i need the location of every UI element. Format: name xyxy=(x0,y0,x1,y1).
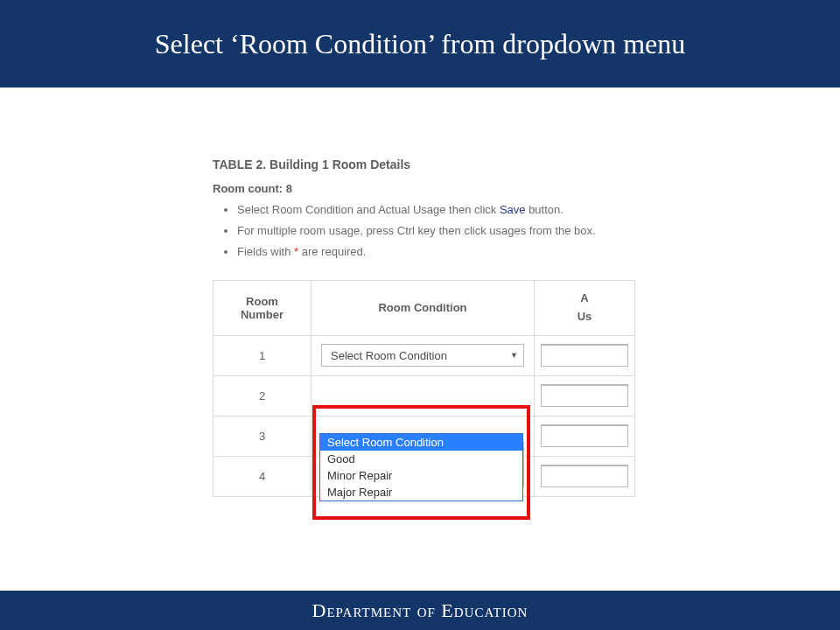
cell-room-condition: Select Room Condition ▼ xyxy=(312,375,535,416)
dropdown-option-minor-repair[interactable]: Minor Repair xyxy=(320,467,522,484)
cell-usage xyxy=(535,375,635,416)
chevron-down-icon: ▼ xyxy=(510,351,518,360)
cell-usage xyxy=(535,335,635,375)
instruction-text: Fields with xyxy=(237,245,294,258)
col-actual-usage: A Us xyxy=(535,280,635,335)
page-title: Select ‘Room Condition’ from dropdown me… xyxy=(155,28,685,60)
instruction-item: For multiple room usage, press Ctrl key … xyxy=(237,223,641,239)
table-row: 1 Select Room Condition ▼ xyxy=(214,335,635,375)
slide-footer: Department of Education xyxy=(0,591,840,630)
table-heading: TABLE 2. Building 1 Room Details xyxy=(213,158,641,172)
footer-text: Department of Education xyxy=(312,599,528,622)
cell-room-number: 1 xyxy=(214,335,312,375)
table-header-row: Room Number Room Condition A Us xyxy=(214,280,635,335)
col-room-condition: Room Condition xyxy=(312,280,535,335)
slide-header: Select ‘Room Condition’ from dropdown me… xyxy=(0,0,840,88)
cell-room-condition: Select Room Condition ▼ xyxy=(312,335,535,375)
dropdown-option-placeholder[interactable]: Select Room Condition xyxy=(320,434,522,451)
cell-room-number: 3 xyxy=(214,416,312,456)
room-condition-select[interactable]: Select Room Condition ▼ xyxy=(321,344,524,367)
instruction-item: Fields with * are required. xyxy=(237,244,641,260)
cell-usage xyxy=(535,456,635,496)
instructions-list: Select Room Condition and Actual Usage t… xyxy=(237,202,641,261)
usage-partial-1: A xyxy=(580,291,588,304)
instruction-text: are required. xyxy=(298,245,366,258)
usage-input[interactable] xyxy=(541,384,628,407)
cell-usage xyxy=(535,416,635,456)
cell-room-number: 2 xyxy=(214,375,312,416)
select-value: Select Room Condition xyxy=(331,349,447,362)
instruction-text: Select Room Condition and Actual Usage t… xyxy=(237,203,500,216)
dropdown-option-good[interactable]: Good xyxy=(320,451,522,467)
col-room-number: Room Number xyxy=(214,280,312,335)
save-link[interactable]: Save xyxy=(500,203,526,216)
cell-room-number: 4 xyxy=(214,456,312,496)
usage-input[interactable] xyxy=(541,465,628,487)
usage-input[interactable] xyxy=(541,424,628,447)
room-count-label: Room count: 8 xyxy=(213,182,641,195)
content-area: TABLE 2. Building 1 Room Details Room co… xyxy=(0,88,840,591)
dropdown-option-major-repair[interactable]: Major Repair xyxy=(320,484,522,500)
instruction-item: Select Room Condition and Actual Usage t… xyxy=(237,202,641,218)
instruction-text: button. xyxy=(526,203,564,216)
usage-partial-2: Us xyxy=(578,310,592,323)
usage-input[interactable] xyxy=(541,344,628,367)
room-condition-dropdown[interactable]: Select Room Condition Good Minor Repair … xyxy=(319,433,523,501)
table-row: 2 Select Room Condition ▼ xyxy=(214,375,635,416)
